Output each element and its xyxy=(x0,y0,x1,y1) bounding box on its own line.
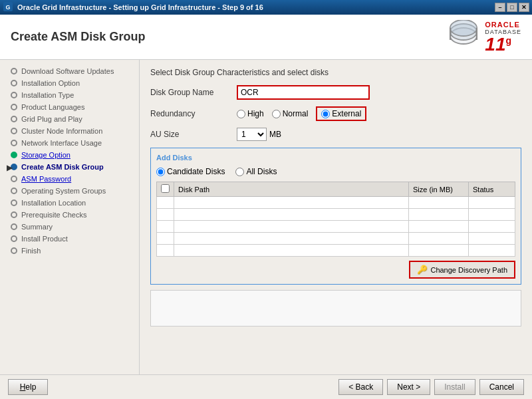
status-header: Status xyxy=(469,182,515,197)
empty-cell xyxy=(157,233,174,245)
empty-path-cell xyxy=(174,197,409,209)
section-title: Select Disk Group Characteristics and se… xyxy=(150,68,521,77)
help-button[interactable]: Help xyxy=(8,379,48,395)
redundancy-high-radio[interactable] xyxy=(237,110,245,118)
sidebar-label: Installation Type xyxy=(21,91,74,99)
sidebar-item-product-languages: Product Languages xyxy=(0,101,139,113)
disk-group-name-label: Disk Group Name xyxy=(150,88,237,97)
all-disks-label[interactable]: All Disks xyxy=(235,167,277,176)
minimize-button[interactable]: – xyxy=(495,3,505,12)
candidate-disks-radio[interactable] xyxy=(156,168,165,176)
disk-group-name-input[interactable] xyxy=(237,85,370,100)
sidebar-label: Prerequisite Checks xyxy=(21,211,86,219)
sidebar-item-finish: Finish xyxy=(0,245,139,257)
empty-status-cell xyxy=(469,233,515,245)
sidebar-item-installation-option: Installation Option xyxy=(0,77,139,89)
sidebar: Download Software Updates Installation O… xyxy=(0,60,140,374)
au-size-unit: MB xyxy=(269,130,281,139)
redundancy-external-label[interactable]: External xyxy=(316,106,366,121)
redundancy-normal-text: Normal xyxy=(283,109,309,118)
footer-nav-buttons: < Back Next > Install Cancel xyxy=(338,379,524,395)
empty-status-cell xyxy=(469,209,515,221)
redundancy-external-radio[interactable] xyxy=(321,110,330,118)
empty-size-cell xyxy=(409,245,469,257)
redundancy-external-text: External xyxy=(332,109,361,118)
key-icon: 🔑 xyxy=(417,265,428,275)
sidebar-label: Grid Plug and Play xyxy=(21,115,82,123)
sidebar-label: Network Interface Usage xyxy=(21,139,102,147)
sidebar-label-create-asm: Create ASM Disk Group xyxy=(21,163,104,171)
add-disks-title: Add Disks xyxy=(156,154,515,162)
all-disks-radio[interactable] xyxy=(235,168,244,176)
sidebar-dot xyxy=(11,92,17,98)
sidebar-label: Summary xyxy=(21,223,53,231)
content-area: Download Software Updates Installation O… xyxy=(0,60,532,374)
main-panel: Select Disk Group Characteristics and se… xyxy=(140,60,532,374)
title-bar: G Oracle Grid Infrastructure - Setting u… xyxy=(0,0,532,15)
svg-text:G: G xyxy=(5,4,10,11)
maximize-button[interactable]: □ xyxy=(507,3,517,12)
empty-path-cell xyxy=(174,233,409,245)
sidebar-item-os-groups: Operating System Groups xyxy=(0,185,139,197)
select-all-checkbox[interactable] xyxy=(161,184,170,193)
app-icon: G xyxy=(3,1,13,13)
sidebar-item-prereq-checks: Prerequisite Checks xyxy=(0,209,139,221)
cancel-button[interactable]: Cancel xyxy=(479,379,524,395)
table-row xyxy=(157,197,515,209)
sidebar-dot xyxy=(11,80,17,86)
oracle-db-icon xyxy=(448,20,479,54)
main-window: Create ASM Disk Group ORACLE DATABASE xyxy=(0,15,532,399)
sidebar-dot xyxy=(11,116,17,122)
change-discovery-button[interactable]: 🔑 Change Discovery Path xyxy=(409,261,515,279)
change-discovery-label: Change Discovery Path xyxy=(430,266,507,274)
sidebar-dot xyxy=(11,247,17,254)
back-button[interactable]: < Back xyxy=(338,379,383,395)
redundancy-normal-radio[interactable] xyxy=(272,110,281,118)
title-bar-text: Oracle Grid Infrastructure - Setting up … xyxy=(17,3,263,11)
install-button[interactable]: Install xyxy=(434,379,475,395)
sidebar-label: Installation Location xyxy=(21,199,86,207)
au-size-label: AU Size xyxy=(150,130,237,139)
sidebar-dot xyxy=(11,235,17,242)
disk-table: Disk Path Size (in MB) Status xyxy=(156,182,515,257)
sidebar-label: Cluster Node Information xyxy=(21,127,102,135)
empty-path-cell xyxy=(174,221,409,233)
sidebar-item-download-software: Download Software Updates xyxy=(0,65,139,77)
au-size-select[interactable]: 1 2 4 8 16 32 64 xyxy=(237,128,267,141)
sidebar-dot-active: ▶ xyxy=(11,164,17,170)
sidebar-dot xyxy=(11,188,17,194)
next-button[interactable]: Next > xyxy=(387,379,430,395)
page-title: Create ASM Disk Group xyxy=(11,30,145,44)
sidebar-item-create-asm: ▶ Create ASM Disk Group xyxy=(0,161,139,173)
sidebar-label: ASM Password xyxy=(21,175,71,183)
sidebar-dot xyxy=(11,200,17,206)
sidebar-item-storage-option[interactable]: Storage Option xyxy=(0,149,139,161)
sidebar-item-install-location: Installation Location xyxy=(0,197,139,209)
disk-table-body xyxy=(157,197,515,257)
redundancy-options: High Normal External xyxy=(237,106,366,121)
sidebar-label: Installation Option xyxy=(21,79,80,87)
window-controls: – □ ✕ xyxy=(495,3,529,12)
redundancy-normal-label[interactable]: Normal xyxy=(272,109,309,118)
empty-path-cell xyxy=(174,209,409,221)
sidebar-dot xyxy=(11,104,17,110)
empty-size-cell xyxy=(409,209,469,221)
sidebar-item-asm-password[interactable]: ASM Password xyxy=(0,173,139,185)
empty-cell xyxy=(157,197,174,209)
sidebar-item-summary: Summary xyxy=(0,221,139,233)
empty-size-cell xyxy=(409,197,469,209)
sidebar-item-install-product: Install Product xyxy=(0,233,139,245)
sidebar-dot xyxy=(11,140,17,146)
candidate-disks-label[interactable]: Candidate Disks xyxy=(156,167,225,176)
sidebar-dot xyxy=(11,211,17,218)
candidate-disks-text: Candidate Disks xyxy=(167,167,225,176)
redundancy-high-label[interactable]: High xyxy=(237,109,264,118)
disk-filter-row: Candidate Disks All Disks xyxy=(156,167,515,176)
help-label: elp xyxy=(25,382,36,392)
empty-cell xyxy=(157,245,174,257)
disk-path-header: Disk Path xyxy=(174,182,409,197)
sidebar-item-cluster-node: Cluster Node Information xyxy=(0,125,139,137)
table-row xyxy=(157,245,515,257)
close-button[interactable]: ✕ xyxy=(519,3,529,12)
change-discovery-container: 🔑 Change Discovery Path xyxy=(156,261,515,279)
